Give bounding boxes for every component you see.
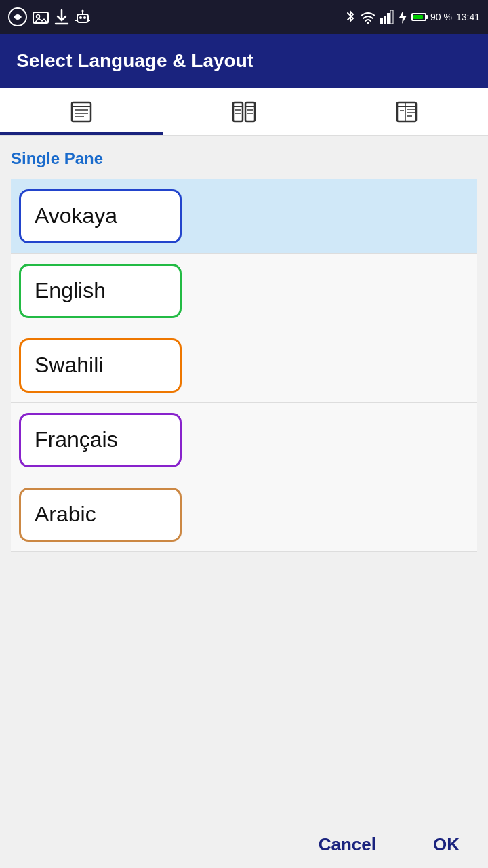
language-name-francais: Français bbox=[35, 427, 118, 452]
battery-text: 90 % bbox=[430, 12, 452, 22]
tab-single-pane[interactable] bbox=[0, 88, 163, 135]
svg-point-5 bbox=[79, 16, 82, 19]
svg-rect-4 bbox=[77, 14, 88, 22]
download-icon bbox=[54, 9, 69, 25]
language-name-swahili: Swahili bbox=[35, 353, 103, 378]
svg-point-2 bbox=[37, 15, 40, 18]
battery-icon bbox=[411, 13, 426, 21]
svg-point-11 bbox=[367, 22, 369, 24]
svg-rect-14 bbox=[387, 13, 390, 24]
header-title: Select Language & Layout bbox=[16, 50, 253, 72]
svg-rect-12 bbox=[380, 18, 383, 24]
cancel-button[interactable]: Cancel bbox=[310, 829, 384, 861]
double-layout-icon bbox=[232, 100, 256, 124]
language-row-swahili[interactable]: Swahili bbox=[11, 328, 477, 403]
language-row-arabic[interactable]: Arabic bbox=[11, 477, 477, 552]
svg-rect-25 bbox=[245, 102, 255, 121]
language-name-avokaya: Avokaya bbox=[35, 203, 117, 229]
status-icons-left bbox=[8, 7, 91, 26]
photo-icon bbox=[33, 10, 49, 24]
language-list: Avokaya English Swahili Français Arabic bbox=[11, 179, 477, 552]
svg-point-6 bbox=[83, 16, 86, 19]
language-badge-avokaya: Avokaya bbox=[19, 189, 182, 243]
content-area: Single Pane Avokaya English Swahili Fran… bbox=[0, 136, 488, 821]
language-name-arabic: Arabic bbox=[35, 502, 96, 527]
language-row-francais[interactable]: Français bbox=[11, 403, 477, 477]
svg-rect-21 bbox=[233, 102, 243, 121]
app-header: Select Language & Layout bbox=[0, 34, 488, 88]
bluetooth-icon bbox=[345, 9, 356, 24]
svg-rect-29 bbox=[397, 102, 416, 121]
app-icon bbox=[8, 7, 27, 26]
language-row-english[interactable]: English bbox=[11, 254, 477, 328]
language-badge-francais: Français bbox=[19, 413, 182, 467]
ok-button[interactable]: OK bbox=[425, 829, 468, 861]
status-bar: 90 % 13:41 bbox=[0, 0, 488, 34]
triple-layout-icon bbox=[394, 100, 419, 124]
svg-point-8 bbox=[82, 10, 84, 12]
action-bar: Cancel OK bbox=[0, 821, 488, 868]
wifi-icon bbox=[360, 10, 376, 24]
charging-icon bbox=[398, 9, 407, 24]
language-badge-swahili: Swahili bbox=[19, 338, 182, 393]
status-icons-right: 90 % 13:41 bbox=[345, 9, 480, 24]
time-display: 13:41 bbox=[456, 12, 480, 22]
tab-double-pane[interactable] bbox=[163, 88, 325, 135]
language-badge-arabic: Arabic bbox=[19, 488, 182, 542]
language-row-avokaya[interactable]: Avokaya bbox=[11, 179, 477, 254]
tab-triple-pane[interactable] bbox=[325, 88, 488, 135]
svg-rect-15 bbox=[390, 10, 393, 24]
section-title: Single Pane bbox=[11, 149, 477, 168]
svg-rect-16 bbox=[72, 102, 91, 121]
svg-rect-13 bbox=[384, 16, 386, 24]
language-name-english: English bbox=[35, 278, 106, 303]
tab-bar bbox=[0, 88, 488, 136]
tab-underline bbox=[0, 132, 163, 135]
language-badge-english: English bbox=[19, 264, 182, 318]
robot-icon bbox=[75, 9, 91, 25]
single-layout-icon bbox=[69, 100, 94, 124]
signal-icon bbox=[380, 10, 394, 24]
